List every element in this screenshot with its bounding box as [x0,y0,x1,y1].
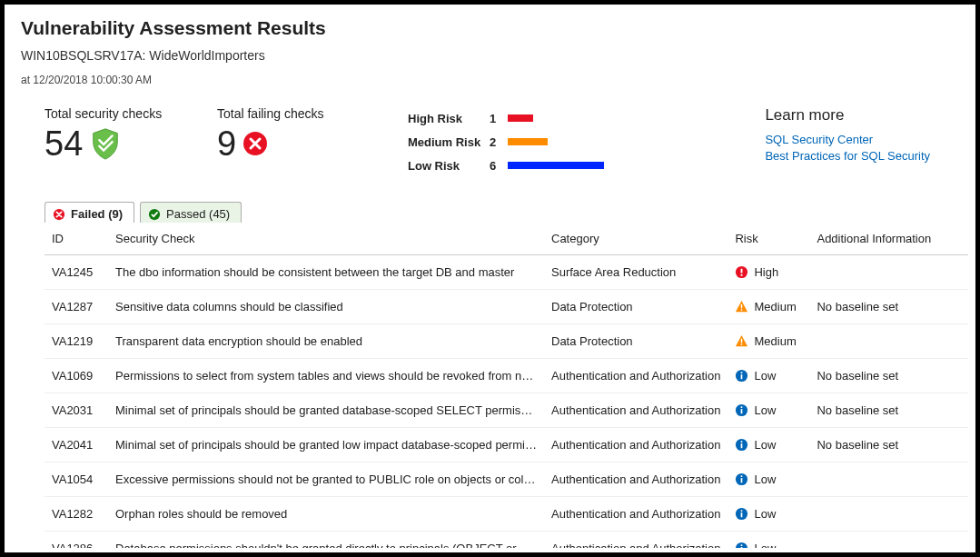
table-row[interactable]: VA1287Sensitive data columns should be c… [45,290,968,324]
svg-rect-6 [741,304,743,309]
risk-medium-label: Medium Risk [408,135,490,149]
risk-medium-bar [508,138,548,145]
svg-rect-18 [741,441,743,443]
cell-security-check: The dbo information should be consistent… [108,255,544,290]
svg-rect-5 [741,274,743,276]
table-row[interactable]: VA1282Orphan roles should be removedAuth… [45,497,968,532]
low-risk-icon [735,403,748,417]
scan-timestamp: at 12/20/2018 10:00:30 AM [21,74,975,86]
medium-risk-icon [735,300,748,313]
svg-rect-23 [741,512,743,517]
total-checks-label: Total security checks [45,106,208,121]
table-row[interactable]: VA1286Database permissions shouldn't be … [45,532,968,549]
cell-risk: High [728,255,809,290]
cell-security-check: Sensitive data columns should be classif… [108,290,544,324]
table-row[interactable]: VA1054Excessive permissions should not b… [45,463,968,497]
cell-additional-info: No baseline set [809,428,968,463]
failing-checks-value: 9 [217,126,236,161]
risk-text: Medium [754,300,796,313]
risk-text: Medium [754,334,796,348]
cell-category: Authentication and Authorization [544,393,728,428]
svg-rect-17 [741,443,743,448]
risk-text: Low [754,369,776,383]
risk-high-row: High Risk 1 [408,106,680,130]
svg-rect-9 [741,343,743,345]
cell-id: VA1286 [45,532,108,549]
failing-checks-block: Total failing checks 9 [217,106,381,161]
svg-rect-27 [741,544,743,546]
risk-medium-count: 2 [490,135,508,149]
risk-medium-row: Medium Risk 2 [408,130,680,154]
failing-checks-label: Total failing checks [217,106,381,121]
table-row[interactable]: VA1219Transparent data encryption should… [45,324,968,359]
col-category[interactable]: Category [544,223,728,255]
cell-category: Authentication and Authorization [544,463,728,497]
shield-check-icon [88,126,123,161]
col-security-check[interactable]: Security Check [108,223,544,255]
cell-security-check: Transparent data encryption should be en… [108,324,544,359]
check-circle-icon [148,208,161,221]
cell-category: Data Protection [544,324,728,359]
app-frame: Vulnerability Assessment Results WIN10BS… [5,5,975,552]
cell-risk: Medium [728,324,809,359]
table-row[interactable]: VA2041Minimal set of principals should b… [45,428,968,463]
table-row[interactable]: VA1069Permissions to select from system … [45,359,968,393]
cell-additional-info [809,463,968,497]
risk-high-count: 1 [490,112,508,125]
cell-category: Authentication and Authorization [544,428,728,463]
risk-low-row: Low Risk 6 [408,154,680,177]
cell-id: VA1054 [45,463,108,497]
risk-text: Low [754,507,776,521]
cell-risk: Low [728,359,809,393]
link-sql-security-center[interactable]: SQL Security Center [765,132,930,148]
cell-additional-info [809,324,968,359]
low-risk-icon [735,472,748,486]
cell-additional-info [809,497,968,532]
col-id[interactable]: ID [45,223,108,255]
risk-text: Low [754,403,776,417]
header: Vulnerability Assessment Results WIN10BS… [5,5,975,66]
total-checks-block: Total security checks 54 [45,106,208,161]
col-risk[interactable]: Risk [728,223,809,255]
low-risk-icon [735,369,748,383]
cell-category: Authentication and Authorization [544,359,728,393]
cell-security-check: Excessive permissions should not be gran… [108,463,544,497]
svg-rect-14 [741,409,743,413]
cell-id: VA1069 [45,359,108,393]
cell-category: Surface Area Reduction [544,255,728,290]
low-risk-icon [735,542,748,548]
error-circle-icon [53,208,65,221]
col-additional-info[interactable]: Additional Information [809,223,968,255]
link-best-practices[interactable]: Best Practices for SQL Security [765,148,930,164]
svg-rect-4 [741,269,743,274]
cell-security-check: Permissions to select from system tables… [108,359,544,393]
total-checks-value: 54 [45,126,83,161]
cell-additional-info [809,532,968,549]
cell-additional-info: No baseline set [809,359,968,393]
cell-id: VA2031 [45,393,108,428]
cell-additional-info [809,255,968,290]
cell-id: VA1245 [45,255,108,290]
cell-risk: Low [728,393,809,428]
results-table-scroll[interactable]: ID Security Check Category Risk Addition… [45,223,968,548]
cell-risk: Low [728,463,809,497]
low-risk-icon [735,507,748,521]
cell-security-check: Minimal set of principals should be gran… [108,428,544,463]
svg-rect-8 [741,339,743,343]
table-row[interactable]: VA2031Minimal set of principals should b… [45,393,968,428]
risk-low-label: Low Risk [408,159,490,173]
svg-rect-26 [741,547,743,548]
table-row[interactable]: VA1245The dbo information should be cons… [45,255,968,290]
svg-rect-12 [741,372,743,373]
cell-category: Authentication and Authorization [544,532,728,549]
risk-text: Low [754,472,776,486]
svg-rect-20 [741,478,743,482]
high-risk-icon [735,265,748,279]
cell-security-check: Minimal set of principals should be gran… [108,393,544,428]
learn-more-block: Learn more SQL Security Center Best Prac… [765,106,948,164]
cell-id: VA1287 [45,290,108,324]
risk-text: Low [754,542,776,548]
svg-rect-21 [741,475,743,477]
summary-row: Total security checks 54 Total failing c… [5,86,975,184]
cell-additional-info: No baseline set [809,290,968,324]
